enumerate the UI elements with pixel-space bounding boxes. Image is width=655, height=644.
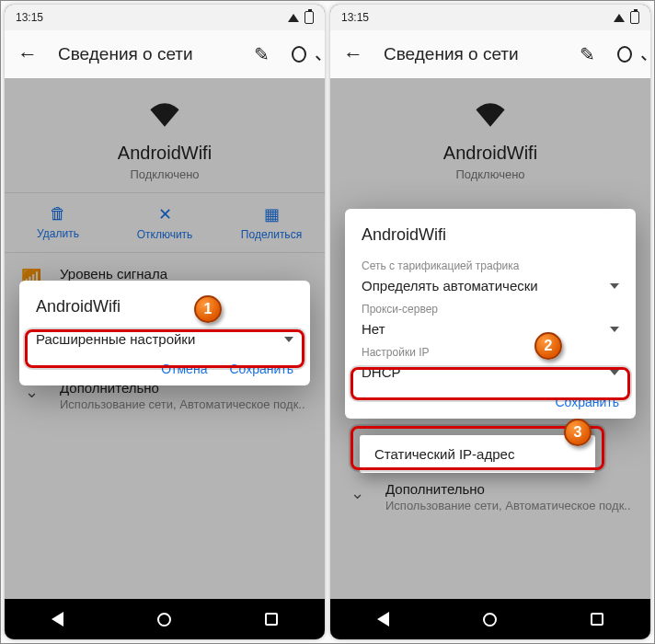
back-icon[interactable] — [343, 44, 363, 64]
nav-back-icon[interactable] — [52, 612, 63, 627]
statusbar-time: 13:15 — [16, 11, 43, 24]
metered-label: Сеть с тарификацией трафика — [362, 259, 619, 272]
chevron-down-icon — [610, 327, 619, 332]
cancel-button[interactable]: Отмена — [161, 362, 207, 376]
dialog-title: AndroidWifi — [362, 225, 619, 245]
nav-home-icon[interactable] — [157, 613, 171, 627]
ip-settings-label: Настройки IP — [362, 346, 619, 359]
advanced-options-row[interactable]: Расширенные настройки — [36, 331, 293, 347]
battery-icon — [305, 11, 314, 24]
statusbar-time: 13:15 — [341, 11, 369, 24]
nav-recent-icon[interactable] — [591, 613, 603, 626]
phone-right: 13:15 Сведения о сети AndroidWifi — [330, 5, 650, 639]
proxy-dropdown[interactable]: Нет — [362, 321, 619, 337]
page-title: Сведения о сети — [58, 44, 231, 64]
dialog-title: AndroidWifi — [36, 297, 293, 316]
navbar — [330, 599, 650, 639]
chevron-down-icon — [610, 370, 619, 375]
dialog-network-edit: AndroidWifi Расширенные настройки Отмена… — [19, 281, 310, 385]
search-icon[interactable] — [617, 44, 638, 64]
save-button[interactable]: Сохранить — [229, 362, 293, 376]
phone-left: 13:15 Сведения о сети AndroidWifi — [5, 5, 325, 639]
metered-dropdown[interactable]: Определять автоматически — [362, 278, 619, 293]
nav-home-icon[interactable] — [483, 613, 497, 627]
edit-icon[interactable] — [577, 44, 597, 64]
chevron-down-icon — [610, 283, 619, 289]
search-icon[interactable] — [292, 44, 312, 64]
ip-dropdown-menu: Статический IP-адрес — [360, 435, 595, 473]
appbar: Сведения о сети — [5, 30, 325, 78]
back-icon[interactable] — [17, 44, 38, 64]
proxy-label: Прокси-сервер — [362, 303, 619, 316]
edit-icon[interactable] — [251, 44, 271, 64]
save-button[interactable]: Сохранить — [555, 395, 619, 409]
menu-item-static-ip[interactable]: Статический IP-адрес — [374, 446, 580, 462]
dialog-network-advanced: AndroidWifi Сеть с тарификацией трафика … — [345, 209, 636, 419]
nav-recent-icon[interactable] — [265, 613, 278, 626]
signal-icon — [614, 14, 625, 22]
chevron-down-icon — [284, 337, 293, 342]
page-title: Сведения о сети — [384, 44, 557, 64]
navbar — [5, 599, 325, 639]
signal-icon — [288, 14, 299, 22]
appbar: Сведения о сети — [330, 30, 650, 78]
battery-icon — [630, 11, 639, 24]
ip-settings-dropdown[interactable]: DHCP — [362, 364, 619, 380]
statusbar: 13:15 — [5, 5, 325, 30]
nav-back-icon[interactable] — [377, 612, 389, 627]
statusbar: 13:15 — [330, 5, 650, 30]
